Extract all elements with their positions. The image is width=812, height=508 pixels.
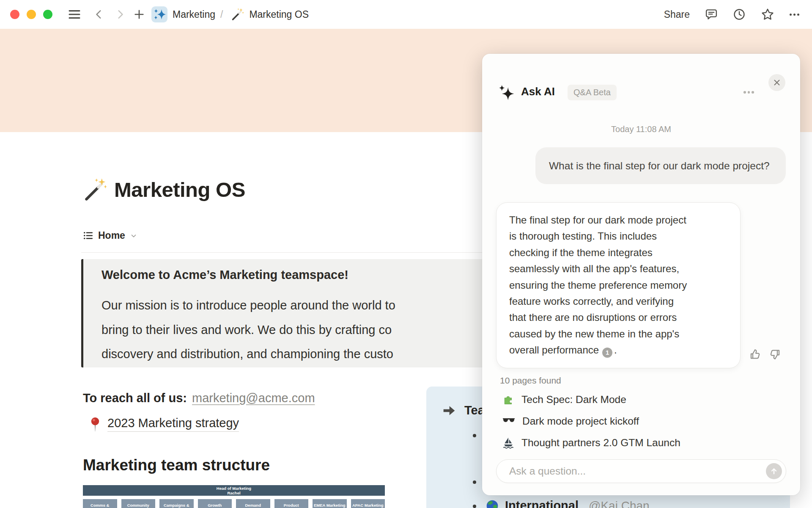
new-tab-button[interactable]	[132, 0, 146, 29]
answer-line: that there are no disruptions or errors	[509, 309, 727, 326]
list-bullet	[473, 480, 476, 484]
ask-ai-title: Ask AI	[521, 85, 555, 98]
ask-question-bar	[496, 459, 786, 483]
magic-wand-icon	[230, 8, 244, 21]
favorite-star-icon[interactable]	[761, 8, 774, 21]
org-chart-image[interactable]: Head of Marketing Rachel Comms & Content…	[83, 485, 385, 508]
callout-line: bring to their lives and work. We do thi…	[102, 318, 508, 342]
org-box: Comms & ContentBackfill	[83, 499, 117, 508]
chevron-right-icon	[115, 9, 126, 20]
close-icon	[772, 78, 782, 87]
callout-line: Our mission is to introduce people aroun…	[102, 293, 508, 318]
org-box: Product MarketingHurley	[274, 499, 309, 508]
org-head-bar: Head of Marketing Rachel	[83, 485, 385, 496]
sailboat-icon	[502, 437, 514, 449]
sidebar-menu-button[interactable]	[67, 0, 82, 29]
user-question-bubble: What is the final step for our dark mode…	[535, 147, 786, 184]
view-tab-home[interactable]: Home	[83, 230, 137, 241]
notion-window: Marketing / Marketing OS Share	[0, 0, 812, 508]
share-button[interactable]: Share	[664, 9, 690, 20]
page-title-row: Marketing OS	[83, 178, 245, 202]
conversation-timestamp: Today 11:08 AM	[482, 124, 800, 134]
contact-label: To reach all of us:	[83, 391, 187, 405]
thumbs-down-icon[interactable]	[769, 348, 782, 361]
window-toolbar: Marketing / Marketing OS Share	[0, 0, 812, 29]
org-box: EMEA MarketingAine	[313, 499, 347, 508]
toolbar-actions: Share	[664, 0, 799, 29]
answer-line: feature works correctly, and verifying	[509, 293, 727, 309]
chevron-down-icon	[130, 232, 137, 240]
hamburger-icon	[68, 9, 81, 19]
list-view-icon	[83, 230, 93, 241]
team-card-heading: Tea	[464, 403, 485, 417]
answer-last-line: overall performance1.	[509, 342, 727, 358]
result-title: Tech Spec: Dark Mode	[521, 394, 626, 406]
strategy-page-link[interactable]: 2023 Marketing strategy	[89, 416, 239, 432]
org-head-name: Rachel	[83, 491, 385, 495]
sparkles-icon	[151, 6, 167, 22]
ask-question-input[interactable]	[508, 460, 747, 482]
thumbs-up-icon[interactable]	[749, 348, 761, 361]
team-card-heading-row: Tea	[442, 403, 485, 417]
zoom-window-button[interactable]	[43, 10, 52, 19]
org-box: APAC MarketingTBH	[351, 499, 385, 508]
breadcrumb-page[interactable]: Marketing OS	[249, 9, 309, 20]
result-page-link[interactable]: Thought partners 2.0 GTM Launch	[502, 437, 680, 449]
pushpin-icon	[89, 417, 101, 432]
sunglasses-icon	[502, 417, 515, 425]
org-box: Growth MarketingBackfill	[198, 499, 232, 508]
answer-line: The final step for our dark mode project	[509, 212, 727, 228]
email-link[interactable]: marketing@acme.com	[192, 391, 315, 405]
breadcrumb: Marketing / Marketing OS	[151, 0, 309, 29]
org-boxes-row: Comms & ContentBackfill CommunityDiana C…	[83, 499, 385, 508]
close-window-button[interactable]	[10, 10, 19, 19]
team-structure-heading: Marketing team structure	[83, 456, 270, 474]
panel-close-button[interactable]	[768, 74, 785, 91]
puzzle-piece-icon	[502, 394, 514, 406]
international-label: International	[505, 499, 579, 508]
welcome-callout: Welcome to Acme’s Marketing teamspace! O…	[81, 259, 508, 367]
plus-icon	[133, 8, 145, 20]
ai-answer-bubble: The final step for our dark mode project…	[496, 202, 741, 368]
history-clock-icon[interactable]	[733, 8, 746, 21]
answer-line: ensuring the theme preference memory	[509, 277, 727, 293]
org-box: CommunityDiana	[121, 499, 156, 508]
org-box: Campaigns & CreativeRob	[159, 499, 194, 508]
answer-line: checking if the theme integrates	[509, 245, 727, 261]
list-bullet	[473, 505, 476, 508]
result-title: Thought partners 2.0 GTM Launch	[521, 437, 680, 449]
arrow-up-icon	[770, 467, 778, 475]
result-page-link[interactable]: Dark mode project kickoff	[502, 415, 639, 427]
minimize-window-button[interactable]	[27, 10, 36, 19]
breadcrumb-teamspace[interactable]: Marketing	[173, 9, 215, 20]
international-list-item[interactable]: International @Kai Chan	[486, 499, 650, 508]
answer-suffix: .	[614, 344, 617, 356]
arrow-right-icon	[442, 404, 456, 417]
list-bullet	[473, 434, 476, 437]
citation-badge[interactable]: 1	[602, 348, 612, 358]
callout-heading: Welcome to Acme’s Marketing teamspace!	[102, 268, 508, 282]
panel-more-button[interactable]	[743, 91, 754, 94]
send-button[interactable]	[766, 463, 782, 479]
view-tab-label: Home	[98, 230, 125, 241]
more-options-button[interactable]	[790, 14, 799, 16]
result-page-link[interactable]: Tech Spec: Dark Mode	[502, 394, 626, 406]
comments-icon[interactable]	[705, 8, 718, 21]
qa-beta-badge: Q&A Beta	[568, 85, 617, 100]
callout-line: discovery and distribution, and champion…	[102, 342, 508, 367]
tab-divider	[81, 252, 508, 253]
answer-feedback	[749, 348, 782, 361]
magic-wand-icon	[83, 178, 107, 202]
traffic-lights	[10, 10, 52, 19]
answer-line: seamlessly with all the app's features,	[509, 261, 727, 277]
teamspace-icon[interactable]	[151, 6, 167, 22]
person-mention[interactable]: @Kai Chan	[589, 499, 650, 508]
breadcrumb-separator: /	[220, 9, 223, 20]
pages-found-label: 10 pages found	[500, 375, 561, 386]
nav-back-button[interactable]	[92, 0, 106, 29]
chevron-left-icon	[93, 9, 104, 20]
ai-sparkle-icon	[498, 84, 515, 101]
nav-forward-button[interactable]	[113, 0, 127, 29]
contact-line: To reach all of us: marketing@acme.com	[83, 391, 315, 405]
answer-line: caused by the new theme in the app's	[509, 326, 727, 342]
